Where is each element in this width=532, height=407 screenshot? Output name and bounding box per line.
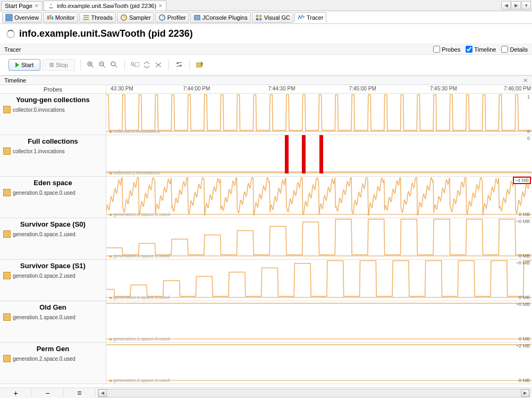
select-range-icon[interactable] <box>130 60 140 70</box>
scroll-left-icon[interactable]: ◀ <box>98 389 107 397</box>
check-label: Details <box>510 46 528 53</box>
y-min-label: 0 <box>527 129 530 134</box>
row-metric: generation.2.space.0.used <box>3 355 103 362</box>
row-chart[interactable]: ~0 MB0 MBgeneration.1.space.0.used <box>106 301 532 342</box>
toolbar: Start Stop <box>0 55 532 76</box>
tab-threads[interactable]: Threads <box>79 12 116 23</box>
tab-sampler[interactable]: Sampler <box>117 12 154 23</box>
overview-icon <box>5 14 13 21</box>
row-metric: collector.0.invocations <box>3 106 103 113</box>
timeline-check-input[interactable] <box>466 46 472 53</box>
row-title: Survivor Space (S1) <box>3 262 103 270</box>
row-chart[interactable]: ~4 MB0 MBgeneration.0.space.0.used <box>106 177 532 218</box>
top-tab-bar: Start Page ✕ info.example.unit.SawTooth … <box>0 0 532 11</box>
y-min-label: 0 MB <box>519 253 530 259</box>
close-timeline-icon[interactable]: ✕ <box>523 77 528 84</box>
tab-overview[interactable]: Overview <box>2 12 42 23</box>
zoom-fit-icon[interactable] <box>109 60 119 70</box>
row-header: Survivor Space (S1)generation.0.space.2.… <box>0 260 106 301</box>
export-icon[interactable] <box>195 60 205 70</box>
tab-file[interactable]: info.example.unit.SawTooth (pid 2236) ✕ <box>44 1 166 11</box>
stop-icon <box>49 63 54 67</box>
tab-label: JConsole Plugins <box>202 14 248 21</box>
row-chart[interactable]: 0collector.1.invocations <box>106 135 532 176</box>
tab-monitor[interactable]: Monitor <box>43 12 78 23</box>
nav-prev[interactable]: ◀ <box>501 1 511 10</box>
metric-name: collector.1.invocations <box>13 148 65 154</box>
highlight-label: ~4 MB <box>513 177 531 184</box>
y-min-label: 0 MB <box>519 212 530 217</box>
row-chart[interactable]: 10collector.0.invocations <box>106 94 532 135</box>
threads-icon <box>82 14 90 21</box>
tab-profiler[interactable]: Profiler <box>155 12 189 23</box>
y-max-label: ~2 MB <box>516 343 530 348</box>
visualgc-icon <box>255 14 263 21</box>
tab-start-page[interactable]: Start Page ✕ <box>1 1 43 10</box>
tab-tracer[interactable]: Tracer <box>294 12 326 23</box>
svg-rect-16 <box>259 18 261 20</box>
close-icon[interactable]: ✕ <box>158 3 163 9</box>
y-max-label: 0 <box>527 136 530 141</box>
bottom-bar: + − = ◀ ▶ <box>0 387 532 398</box>
horizontal-scrollbar[interactable]: ◀ ▶ <box>98 389 530 397</box>
row-title: Eden space <box>3 179 103 187</box>
row-title: Survivor Space (S0) <box>3 220 103 228</box>
profiler-icon <box>158 14 166 21</box>
y-min-label: 0 MB <box>519 295 530 300</box>
monitor-icon <box>46 14 54 21</box>
check-label: Probes <box>442 46 460 53</box>
y-max-label: 1 <box>527 94 530 99</box>
waveform-svg <box>106 177 532 218</box>
tab-visualgc[interactable]: Visual GC <box>252 12 293 23</box>
nav-dropdown[interactable]: ▾ <box>521 1 531 10</box>
scroll-right-icon[interactable]: ▶ <box>521 389 529 397</box>
probes-check-input[interactable] <box>433 46 440 53</box>
zoom-in-icon[interactable] <box>86 60 96 70</box>
row-header: Full collectionscollector.1.invocations <box>0 135 106 176</box>
waveform-svg <box>106 260 532 301</box>
timeline-row: Survivor Space (S0)generation.0.space.1.… <box>0 218 532 260</box>
zoom-reset-button[interactable]: = <box>64 389 96 397</box>
close-icon[interactable]: ✕ <box>35 3 39 9</box>
time-tick: 7:44:30 PM <box>268 86 295 92</box>
nav-arrows: ◀ ▶ ▾ <box>501 1 531 10</box>
svg-rect-14 <box>259 14 261 16</box>
probes-checkbox[interactable]: Probes <box>433 46 460 53</box>
expand-icon[interactable] <box>154 60 163 70</box>
y-min-label: 0 MB <box>519 378 530 383</box>
zoom-out-icon[interactable] <box>98 60 107 70</box>
metric-name: generation.0.space.2.used <box>13 273 75 279</box>
svg-point-24 <box>111 62 115 66</box>
check-label: Timeline <box>474 46 496 53</box>
sub-tab-bar: Overview Monitor Threads Sampler Profile… <box>0 11 532 24</box>
svg-line-11 <box>162 16 164 18</box>
start-button[interactable]: Start <box>9 59 40 71</box>
nav-next[interactable]: ▶ <box>511 1 521 10</box>
play-icon <box>15 62 19 68</box>
settings-icon[interactable] <box>174 60 184 70</box>
zoom-minus-button[interactable]: − <box>32 389 64 397</box>
metric-icon <box>3 106 11 113</box>
row-chart[interactable]: ~0 MB0 MBgeneration.0.space.1.used <box>106 218 532 259</box>
metric-icon <box>3 230 11 238</box>
svg-line-18 <box>91 65 94 68</box>
details-check-input[interactable] <box>501 46 508 53</box>
sampler-icon <box>120 14 128 21</box>
svg-rect-3 <box>52 16 53 19</box>
svg-point-30 <box>180 65 181 67</box>
series-legend: generation.0.space.1.used <box>109 253 170 259</box>
tab-jconsole[interactable]: JConsole Plugins <box>190 12 251 23</box>
jconsole-icon <box>193 14 201 21</box>
stop-button[interactable]: Stop <box>43 59 75 71</box>
collapse-icon[interactable] <box>142 60 151 70</box>
time-tick: 7:45:00 PM <box>349 86 376 92</box>
time-tick: 7:44:00 PM <box>183 86 210 92</box>
zoom-plus-button[interactable]: + <box>0 389 32 397</box>
details-checkbox[interactable]: Details <box>501 46 528 53</box>
metric-icon <box>3 189 11 196</box>
row-chart[interactable]: ~2 MB0 MBgeneration.2.space.0.used <box>106 343 532 384</box>
timeline-checkbox[interactable]: Timeline <box>466 46 496 53</box>
row-chart[interactable]: ~0 MB0 MBgeneration.0.space.2.used <box>106 260 532 301</box>
row-metric: generation.1.space.0.used <box>3 313 103 321</box>
title-bar: info.example.unit.SawTooth (pid 2236) <box>0 24 532 44</box>
